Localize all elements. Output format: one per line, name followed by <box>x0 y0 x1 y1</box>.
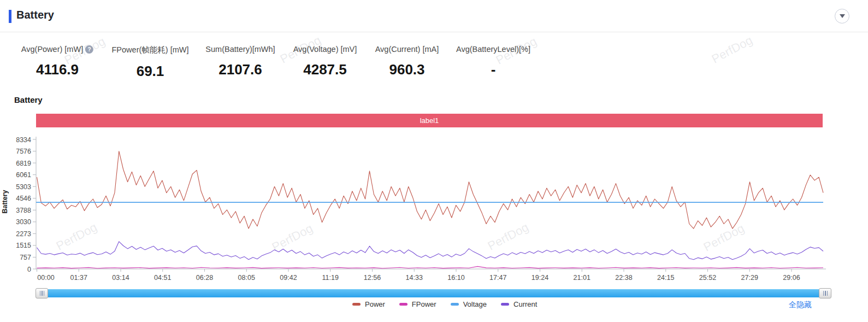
svg-text:01:37: 01:37 <box>70 274 87 282</box>
svg-text:2273: 2273 <box>16 230 31 238</box>
svg-text:03:14: 03:14 <box>112 274 129 282</box>
svg-text:7576: 7576 <box>16 148 31 155</box>
grip-icon <box>40 291 44 296</box>
hide-all-link[interactable]: 全隐藏 <box>789 300 812 310</box>
voltage-series-swatch <box>451 303 459 306</box>
svg-text:3030: 3030 <box>16 218 31 226</box>
svg-text:3788: 3788 <box>16 207 31 214</box>
svg-text:25:52: 25:52 <box>699 274 716 282</box>
legend-item-voltage[interactable]: Voltage <box>451 300 487 308</box>
legend-item-current[interactable]: Current <box>501 300 537 308</box>
svg-text:6819: 6819 <box>16 160 31 167</box>
svg-text:16:10: 16:10 <box>447 274 464 282</box>
legend-label: FPower <box>412 300 436 308</box>
svg-text:6061: 6061 <box>16 171 31 179</box>
fpower-series-swatch <box>399 303 408 306</box>
legend-item-fpower[interactable]: FPower <box>399 300 436 308</box>
svg-text:17:47: 17:47 <box>489 274 506 282</box>
svg-text:19:24: 19:24 <box>532 274 548 282</box>
svg-text:4546: 4546 <box>16 195 31 202</box>
svg-text:27:29: 27:29 <box>741 274 758 282</box>
svg-text:11:19: 11:19 <box>322 274 339 282</box>
legend-label: Voltage <box>463 300 487 308</box>
legend-label: Current <box>513 300 537 308</box>
chart-legend: Power FPower Voltage Current <box>352 300 537 308</box>
range-slider-track[interactable] <box>48 289 819 297</box>
svg-text:29:06: 29:06 <box>783 274 800 282</box>
svg-text:8334: 8334 <box>16 136 31 144</box>
legend-label: Power <box>365 300 385 308</box>
current-series-swatch <box>501 303 509 306</box>
range-slider-left-handle[interactable] <box>36 288 48 298</box>
svg-text:08:05: 08:05 <box>238 274 255 282</box>
svg-text:1515: 1515 <box>16 242 31 249</box>
svg-text:21:01: 21:01 <box>574 274 591 282</box>
svg-text:12:56: 12:56 <box>364 274 381 282</box>
svg-text:06:28: 06:28 <box>196 274 213 282</box>
svg-text:24:15: 24:15 <box>657 274 674 282</box>
svg-text:09:42: 09:42 <box>280 274 297 282</box>
range-slider-right-handle[interactable] <box>819 288 831 298</box>
battery-chart-plot[interactable]: 8334757668196061530345463788303022731515… <box>0 0 868 322</box>
power-series-swatch <box>352 303 361 306</box>
svg-text:0: 0 <box>27 266 31 273</box>
svg-text:757: 757 <box>20 254 31 261</box>
svg-text:14:33: 14:33 <box>406 274 423 282</box>
grip-icon <box>823 291 828 296</box>
svg-text:22:38: 22:38 <box>615 274 632 282</box>
legend-item-power[interactable]: Power <box>352 300 385 308</box>
svg-text:00:00: 00:00 <box>37 274 54 282</box>
svg-text:04:51: 04:51 <box>154 274 171 282</box>
svg-text:5303: 5303 <box>16 183 31 191</box>
battery-panel: PerfDog PerfDog PerfDog PerfDog PerfDog … <box>0 0 868 322</box>
